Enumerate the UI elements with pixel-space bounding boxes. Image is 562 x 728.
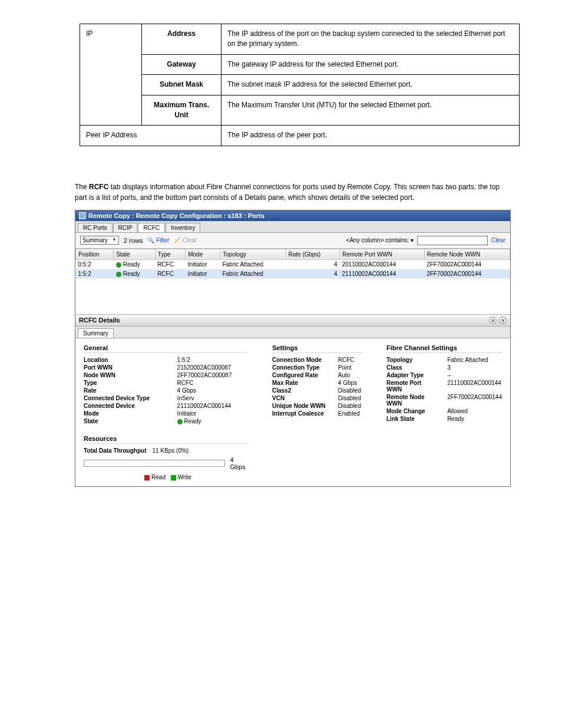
legend-read-swatch: [144, 475, 150, 480]
kv-key: Rate: [84, 387, 167, 394]
window-titlebar: Remote Copy : Remote Copy Configuration …: [75, 210, 510, 221]
ref-group: IP: [80, 24, 142, 126]
filter-input[interactable]: [417, 236, 488, 245]
kv-key: Max Rate: [272, 380, 328, 386]
throughput-max: 4 Gbps: [230, 456, 249, 470]
kv-value: Ready: [177, 418, 249, 424]
tab-rcip[interactable]: RCIP: [113, 223, 138, 232]
kv-key: Link State: [386, 416, 437, 422]
kv-value: --: [447, 372, 502, 378]
kv-value: RCFC: [177, 380, 249, 386]
filter-link[interactable]: 🔍 Filter: [147, 237, 169, 243]
collapse-down-icon[interactable]: ∨: [499, 317, 507, 324]
table-row[interactable]: 1:5:2ReadyRCFCInitiatorFabric Attached42…: [76, 269, 510, 278]
kv-key: Connection Mode: [272, 357, 328, 363]
kv-key: Connected Device Type: [84, 395, 167, 401]
ref-label: Peer IP Address: [80, 126, 222, 146]
throughput-label: Total Data Throughput: [84, 447, 146, 454]
kv-key: Interrupt Coalesce: [272, 410, 328, 417]
kv-value: Disabled: [338, 395, 363, 401]
section-resources: Resources: [84, 435, 249, 444]
tab-summary[interactable]: Summary: [78, 328, 114, 338]
collapse-up-icon[interactable]: ∧: [489, 317, 497, 324]
kv-key: Connection Type: [272, 364, 328, 371]
kv-value: Auto: [338, 372, 363, 378]
kv-value: Initiator: [177, 410, 249, 417]
kv-value: Disabled: [338, 403, 363, 409]
col-state[interactable]: State: [114, 249, 155, 259]
section-general: General: [84, 344, 249, 353]
col-topology[interactable]: Topology: [220, 249, 286, 259]
ref-label: Address: [142, 24, 222, 55]
filter-column-selector[interactable]: <Any column> contains: ▾: [346, 237, 414, 243]
details-tabs: Summary: [75, 327, 510, 338]
tab-rcfc[interactable]: RCFC: [138, 223, 165, 232]
status-dot-icon: [177, 419, 183, 424]
kv-key: Adapter Type: [386, 372, 437, 378]
kv-key: Port WWN: [84, 364, 167, 371]
ref-desc: The Maximum Transfer Unit (MTU) for the …: [222, 95, 520, 126]
intro-paragraph: The RCFC tab displays information about …: [75, 182, 511, 203]
kv-key: State: [84, 418, 167, 424]
row-count: 2 rows: [124, 237, 143, 244]
kv-key: Remote Node WWN: [386, 394, 437, 407]
kv-value: Ready: [447, 416, 502, 422]
kv-key: Topology: [386, 357, 437, 363]
col-type[interactable]: Type: [155, 249, 186, 259]
kv-key: Mode: [84, 410, 167, 417]
col-remote-port-wwn[interactable]: Remote Port WWN: [339, 249, 424, 259]
clear-link[interactable]: Clear: [491, 237, 505, 243]
ref-desc: The gateway IP address for the selected …: [222, 54, 520, 74]
tab-inventory[interactable]: Inventory: [166, 223, 200, 232]
section-settings: Settings: [272, 344, 363, 353]
tab-rc-ports[interactable]: RC Ports: [78, 223, 113, 232]
kv-value: 21110002AC000144: [447, 380, 502, 393]
clear-toolbar: 🧹 Clear: [174, 237, 197, 243]
reference-table: IP Address The IP address of the port on…: [80, 24, 520, 146]
kv-value: 4 Gbps: [177, 387, 249, 394]
kv-value: Point: [338, 364, 363, 371]
kv-value: Enabled: [338, 410, 363, 417]
ref-label: Gateway: [142, 54, 222, 74]
col-position[interactable]: Position: [76, 249, 114, 259]
status-dot-icon: [116, 262, 121, 268]
kv-key: Configured Rate: [272, 372, 328, 378]
details-header: RCFC Details ∧ ∨: [75, 314, 510, 327]
ref-label: Subnet Mask: [142, 75, 222, 95]
kv-value: Fabric Attached: [447, 357, 502, 363]
kv-key: Remote Port WWN: [386, 380, 437, 393]
view-selector[interactable]: Summary: [80, 236, 119, 245]
kv-key: Class: [386, 364, 437, 371]
kv-value: 2FF70002AC000144: [447, 394, 502, 407]
grid-toolbar: Summary 2 rows 🔍 Filter 🧹 Clear <Any col…: [75, 233, 510, 249]
kv-key: VCN: [272, 395, 328, 401]
throughput-legend: Read Write: [84, 474, 249, 480]
kv-key: Location: [84, 357, 167, 363]
kv-value: 21520002AC000087: [177, 364, 249, 371]
table-row[interactable]: 0:5:2ReadyRCFCInitiatorFabric Attached42…: [76, 259, 510, 269]
kv-value: 1:5:2: [177, 357, 249, 363]
kv-value: 4 Gbps: [338, 380, 363, 386]
kv-key: Class2: [272, 387, 328, 394]
throughput-value: 11 KBps (0%): [152, 447, 189, 454]
col-rate[interactable]: Rate (Gbps): [286, 249, 339, 259]
kv-key: Type: [84, 380, 167, 386]
kv-value: Disabled: [338, 387, 363, 394]
kv-key: Connected Device: [84, 403, 167, 409]
ref-desc: The IP address of the peer port.: [222, 126, 520, 146]
ref-desc: The IP address of the port on the backup…: [222, 24, 520, 55]
rcfc-window: Remote Copy : Remote Copy Configuration …: [75, 210, 511, 487]
col-mode[interactable]: Mode: [186, 249, 220, 259]
col-remote-node-wwn[interactable]: Remote Node WWN: [424, 249, 510, 259]
kv-value: 2FF70002AC000087: [177, 372, 249, 378]
kv-key: Mode Change: [386, 408, 437, 414]
legend-write-swatch: [171, 475, 176, 480]
kv-value: RCFC: [338, 357, 363, 363]
kv-value: 21110002AC000144: [177, 403, 249, 409]
kv-key: Unique Node WWN: [272, 403, 328, 409]
ports-grid[interactable]: Position State Type Mode Topology Rate (…: [75, 249, 510, 279]
throughput-bar: [84, 460, 225, 467]
main-tabs: RC Ports RCIP RCFC Inventory: [75, 221, 510, 233]
ref-label: Maximum Trans. Unit: [142, 95, 222, 126]
kv-value: Allowed: [447, 408, 502, 414]
